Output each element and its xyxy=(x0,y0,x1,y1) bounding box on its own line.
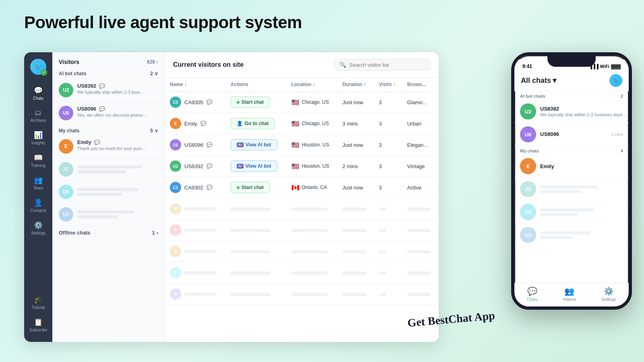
phone-chat-info-us8392: US8392 We typically ship within 2-3 busi… xyxy=(540,106,626,117)
sidebar-item-team-label: Team xyxy=(33,186,43,190)
view-ai-bot-button-us8096[interactable]: AI View AI bot xyxy=(231,139,277,150)
sidebar-item-archives-label: Archives xyxy=(31,118,46,123)
blurred-browser xyxy=(407,208,431,211)
avatar-us8392: U2 xyxy=(59,83,73,97)
chat-name-us8096: US8096 💬 xyxy=(77,106,158,112)
visitor-name-cell: C5 CA9305 💬 xyxy=(165,92,226,113)
duration-us8392: 2 mins xyxy=(338,156,374,177)
col-duration[interactable]: Duration ↕ xyxy=(338,78,374,92)
phone-nav-settings[interactable]: ⚙️ Settings xyxy=(601,286,616,302)
chat-panel: Visitors 628 › AI bot chats 2 ∨ U2 US839… xyxy=(52,52,165,342)
blurred-name-4 xyxy=(184,271,217,274)
col-browser: Brows... xyxy=(402,78,439,92)
battery-icon: ▓▓▓ xyxy=(611,64,621,69)
blurred-dur-5 xyxy=(343,293,367,296)
phone-chat-info-emily: Emily xyxy=(540,163,623,169)
col-visits[interactable]: Visits ↕ xyxy=(374,78,402,92)
phone-avatar-u3: U3 xyxy=(520,227,536,243)
blurred-avatar-3: M xyxy=(170,246,181,257)
phone-avatar-jc: JC xyxy=(520,181,536,197)
sidebar-item-chats-label: Chats xyxy=(33,96,43,101)
blurred-loc-4 xyxy=(291,272,328,275)
bot-chat-item-us8392[interactable]: U2 US8392 💬 We typically ship within 2-3… xyxy=(52,79,165,102)
bot-chat-item-us8096[interactable]: U6 US8096 💬 Yes, we often run discount p… xyxy=(52,102,165,125)
sidebar-item-tutorial[interactable]: 🎓 Tutorial xyxy=(27,292,50,313)
visitors-header: Visitors 628 › xyxy=(52,52,165,68)
phone-ai-bot-label: AI bot chats 2 xyxy=(514,91,629,100)
view-ai-bot-button-us8392[interactable]: AI View AI bot xyxy=(231,160,277,172)
phone-time: 9:41 xyxy=(522,64,532,69)
sidebar-item-chats[interactable]: 💬 Chats xyxy=(27,83,50,104)
visitor-avatar-emily: E xyxy=(170,118,181,129)
my-chat-emily[interactable]: E Emily 💬 Thank you so much for your pur… xyxy=(52,135,165,158)
phone-chat-info-us8096: US8096 xyxy=(540,131,607,138)
sidebar-item-subscribe[interactable]: 📋 Subscribe xyxy=(27,315,50,335)
sidebar-item-archives[interactable]: 🗂 Archives xyxy=(27,105,50,126)
search-input[interactable] xyxy=(349,62,425,68)
start-chat-button-ca9305[interactable]: Start chat xyxy=(231,97,270,108)
phone-nav-chats[interactable]: 💬 Chats xyxy=(527,286,538,302)
go-to-chat-button-emily[interactable]: 👤 Go to chat xyxy=(231,118,275,129)
desktop-ui: 🐦 💬 Chats 🗂 Archives 📊 Insights 📖 Traini… xyxy=(24,52,439,342)
chat-preview-us8392: We typically ship within 2-3 busi... xyxy=(77,90,158,95)
blurred-action-4 xyxy=(231,272,271,275)
dropdown-icon[interactable]: ▾ xyxy=(553,76,556,85)
action-cell-emily: 👤 Go to chat xyxy=(226,113,287,134)
sidebar-item-contacts[interactable]: 👤 Contacts xyxy=(27,195,50,216)
col-location[interactable]: Location ↕ xyxy=(287,78,338,92)
chat-bubble-emily: 💬 xyxy=(94,140,100,145)
logo-icon: 🐦 xyxy=(34,63,42,71)
blurred-chat-u3: U3 xyxy=(52,203,165,226)
phone-nav-settings-label: Settings xyxy=(601,297,616,302)
search-box[interactable]: 🔍 xyxy=(334,59,431,71)
phone-chat-us8392[interactable]: U2 US8392 We typically ship within 2-3 b… xyxy=(514,100,629,123)
visitor-name-cell-us8096: U6 US8096 💬 xyxy=(165,134,226,156)
nav-logo[interactable]: 🐦 xyxy=(30,59,46,75)
flag-emily: 🇺🇸 xyxy=(291,120,299,128)
phone-name-emily: Emily xyxy=(540,163,623,169)
flag-us8392: 🇺🇸 xyxy=(291,162,299,170)
phone-chat-us8096[interactable]: U6 US8096 3 mins xyxy=(514,123,629,146)
blurred-name xyxy=(184,207,217,210)
blurred-browser-5 xyxy=(407,293,431,296)
chat-info-emily: Emily 💬 Thank you so much for your purc.… xyxy=(77,139,158,151)
phone-bottom-nav: 💬 Chats 👥 Visitors ⚙️ Settings xyxy=(514,283,629,306)
phone-nav-chats-label: Chats xyxy=(527,297,538,302)
blurred-visits-3 xyxy=(379,250,387,253)
col-name[interactable]: Name ↕ xyxy=(165,78,226,92)
phone-nav-visitors[interactable]: 👥 Visitors xyxy=(563,286,576,302)
insights-icon: 📊 xyxy=(34,131,43,140)
chat-info-us8096: US8096 💬 Yes, we often run discount prom… xyxy=(77,106,158,117)
chats-icon: 💬 xyxy=(34,86,43,95)
sidebar-item-settings[interactable]: ⚙️ Settings xyxy=(27,218,50,239)
offline-chats-section: Offline chats 1 › xyxy=(52,226,165,240)
phone-mockup: 9:41 ▐▐▐ WiFi ▓▓▓ All chats ▾ 🐦 AI bot c… xyxy=(511,52,632,310)
chat-icon-ca9302: 💬 xyxy=(206,185,213,190)
blurred-dur-2 xyxy=(343,229,367,232)
duration-ca9305: Just now xyxy=(338,92,374,113)
blurred-action xyxy=(231,208,271,211)
visitor-id-ca9302: CA9302 xyxy=(184,185,203,191)
phone-time-us8392: 2 mins xyxy=(630,107,632,116)
blurred-loc-5 xyxy=(291,293,328,296)
main-header: Current visitors on site 🔍 xyxy=(165,52,439,78)
chat-bubble-icon-2: 💬 xyxy=(99,106,105,112)
table-row-blurred: M xyxy=(165,241,439,262)
location-ca9302: 🇨🇦 Ontario, CA xyxy=(287,177,338,198)
page-title: Powerful live agent support system xyxy=(24,13,302,32)
visits-emily: 3 xyxy=(374,113,402,134)
sidebar-item-training[interactable]: 📖 Training xyxy=(27,150,50,171)
sidebar-item-team[interactable]: 👥 Team xyxy=(27,173,50,193)
chat-preview-us8096: Yes, we often run discount promo... xyxy=(77,113,158,117)
table-row: E Emily 💬 👤 Go to chat xyxy=(165,113,439,134)
phone-my-chat-emily[interactable]: E Emily xyxy=(514,155,629,178)
phone-visitors-icon: 👥 xyxy=(564,286,574,296)
blurred-loc-2 xyxy=(291,229,328,232)
blurred-name-2 xyxy=(184,228,217,232)
start-chat-button-ca9302[interactable]: Start chat xyxy=(231,182,270,193)
blurred-loc-3 xyxy=(291,250,328,253)
visits-ca9305: 3 xyxy=(374,92,402,113)
sidebar-item-insights[interactable]: 📊 Insights xyxy=(27,128,50,148)
flag-ca9305: 🇺🇸 xyxy=(291,99,299,106)
chat-info-us8392: US8392 💬 We typically ship within 2-3 bu… xyxy=(77,83,158,95)
